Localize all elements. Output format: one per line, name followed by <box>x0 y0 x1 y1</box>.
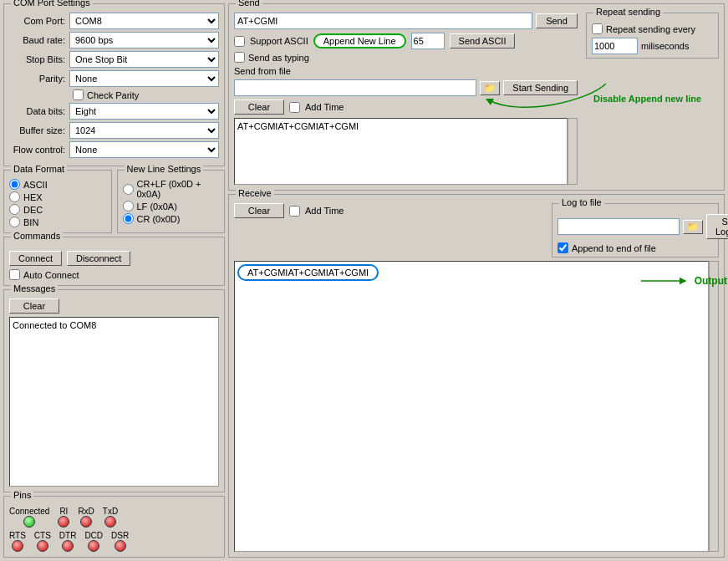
data-bits-select[interactable]: Eight <box>69 103 219 120</box>
output-annotation-container: Output <box>641 273 727 289</box>
pin-ri-label: RI <box>59 507 68 516</box>
check-parity-checkbox[interactable] <box>73 89 84 100</box>
data-format-title: Data Format <box>11 164 67 174</box>
add-time-receive-label: Add Time <box>305 206 344 216</box>
disconnect-button[interactable]: Disconnect <box>67 251 130 266</box>
output-annotation-label: Output <box>695 275 727 287</box>
lf-radio[interactable] <box>123 201 134 212</box>
pin-cts-led <box>37 540 48 552</box>
pin-ri-led <box>58 516 69 528</box>
send-text-content: AT+CGMIAT+CGMIAT+CGMI <box>237 121 359 131</box>
pin-dsr-led <box>115 540 126 552</box>
pin-rxd: RxD <box>78 507 94 528</box>
receive-title: Receive <box>236 188 274 198</box>
pin-rxd-led <box>80 516 92 528</box>
send-title: Send <box>236 0 262 8</box>
buffer-size-select[interactable]: 1024 <box>69 122 219 139</box>
pin-cts-label: CTS <box>34 531 51 540</box>
send-file-folder-button[interactable]: 📁 <box>480 81 500 95</box>
receive-scrollbar[interactable] <box>709 261 719 552</box>
receive-output-oval: AT+CGMIAT+CGMIAT+CGMI <box>237 264 379 281</box>
repeat-value-input[interactable] <box>592 38 638 54</box>
pin-connected-label: Connected <box>9 507 49 516</box>
com-port-settings: COM Port Settings Com Port: COM8 Baud ra… <box>3 3 225 166</box>
send-input[interactable]: AT+CGMI <box>234 13 532 29</box>
append-to-file-checkbox[interactable] <box>557 242 568 253</box>
send-scrollbar[interactable] <box>568 118 578 185</box>
commands-group: Commands Connect Disconnect Auto Connect <box>3 237 225 286</box>
dec-radio[interactable] <box>9 204 20 215</box>
receive-text-content: AT+CGMIAT+CGMIAT+CGMI <box>247 268 369 278</box>
bin-radio[interactable] <box>9 217 20 227</box>
pin-dsr-label: DSR <box>111 531 129 540</box>
output-arrow-svg <box>641 273 691 289</box>
pin-txd-label: TxD <box>103 507 118 516</box>
commands-title: Commands <box>11 231 63 241</box>
com-port-title: COM Port Settings <box>11 0 93 8</box>
send-as-typing-checkbox[interactable] <box>234 52 245 63</box>
pin-dcd-led <box>88 540 99 552</box>
repeat-sending-label: Repeat sending every <box>606 24 695 34</box>
send-ascii-value[interactable] <box>411 33 445 49</box>
pins-title: Pins <box>11 490 33 500</box>
messages-content: Connected to COM8 <box>13 320 96 330</box>
send-button[interactable]: Send <box>536 13 578 28</box>
pin-dcd: DCD <box>84 531 103 552</box>
pin-txd: TxD <box>103 507 118 528</box>
receive-text-area: AT+CGMIAT+CGMIAT+CGMI <box>234 261 709 552</box>
data-bits-label: Data bits: <box>9 106 69 116</box>
pin-ri: RI <box>58 507 69 528</box>
send-file-path-input[interactable] <box>234 79 476 96</box>
cr-radio[interactable] <box>123 213 134 224</box>
messages-title: Messages <box>11 283 58 293</box>
parity-label: Parity: <box>9 74 69 84</box>
com-port-label: Com Port: <box>9 16 69 26</box>
stop-bits-select[interactable]: One Stop Bit <box>69 51 219 68</box>
pin-rts-led <box>12 540 23 552</box>
pin-rts-label: RTS <box>9 531 26 540</box>
messages-clear-button[interactable]: Clear <box>9 298 59 314</box>
repeat-sending-group: Repeat sending Repeat sending every mili… <box>586 13 719 59</box>
auto-connect-checkbox[interactable] <box>9 269 20 280</box>
send-from-file-label: Send from file <box>234 66 291 76</box>
connect-button[interactable]: Connect <box>9 251 62 266</box>
log-file-title: Log to file <box>559 197 604 207</box>
repeat-sending-checkbox[interactable] <box>592 23 603 34</box>
hex-radio[interactable] <box>9 191 20 202</box>
pin-connected: Connected <box>9 507 49 528</box>
pin-dcd-label: DCD <box>84 531 103 540</box>
bin-label: BIN <box>23 217 38 227</box>
baud-rate-select[interactable]: 9600 bps <box>69 32 219 48</box>
start-sending-button[interactable]: Start Sending <box>503 80 578 95</box>
pin-dsr: DSR <box>111 531 129 552</box>
log-file-folder-button[interactable]: 📁 <box>683 220 703 234</box>
send-clear-button[interactable]: Clear <box>234 99 284 115</box>
append-to-file-label: Append to end of file <box>572 243 656 253</box>
crlf-label: CR+LF (0x0D + 0x0A) <box>137 179 220 199</box>
receive-clear-button[interactable]: Clear <box>234 203 284 218</box>
add-time-send-label: Add Time <box>305 102 344 112</box>
receive-group: Receive Clear Add Time Log to file <box>228 194 725 558</box>
crlf-radio[interactable] <box>123 184 134 195</box>
start-logging-button[interactable]: Start Logging <box>706 214 728 239</box>
add-time-send-checkbox[interactable] <box>289 102 300 113</box>
support-ascii-label: Support ASCII <box>250 36 308 46</box>
auto-connect-label: Auto Connect <box>23 270 79 280</box>
send-as-typing-label: Send as typing <box>248 53 309 63</box>
messages-text-area: Connected to COM8 <box>9 317 219 487</box>
append-annotation: Disable Append new line <box>593 94 719 104</box>
flow-control-label: Flow control: <box>9 145 69 155</box>
log-file-path-input[interactable] <box>557 218 680 235</box>
add-time-receive-checkbox[interactable] <box>289 206 300 217</box>
ascii-label: ASCII <box>23 180 48 190</box>
flow-control-select[interactable]: None <box>69 141 219 158</box>
send-ascii-button[interactable]: Send ASCII <box>450 33 516 48</box>
messages-group: Messages Clear Connected to COM8 <box>3 289 225 492</box>
parity-select[interactable]: None <box>69 70 219 87</box>
ascii-radio[interactable] <box>9 179 20 190</box>
support-ascii-checkbox[interactable] <box>234 36 245 47</box>
com-port-select[interactable]: COM8 <box>69 13 219 29</box>
data-format-group: Data Format ASCII HEX DEC <box>3 170 112 233</box>
append-new-line-button[interactable]: Append New Line <box>313 33 406 48</box>
log-file-group: Log to file 📁 Start Logging Append to en… <box>552 203 719 258</box>
